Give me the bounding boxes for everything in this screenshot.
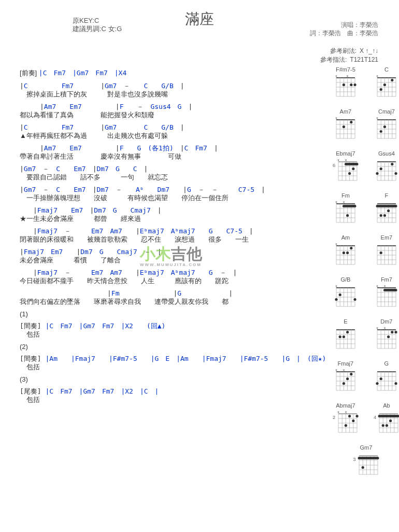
chords-line: |C Fm7 |Gm7 － C G/B |: [20, 82, 326, 90]
chord-diagram-row: Gm73: [331, 444, 399, 479]
verse-line: |Am7 Em7 |F G (各1拍) |C Fm7 |帶著自卑討著生活 慶幸沒…: [20, 144, 326, 161]
svg-point-132: [346, 251, 349, 254]
chord-diagram-row: Fmaj7xxG: [331, 360, 399, 395]
svg-point-86: [391, 163, 393, 165]
lyrics-line: 閉著眼的床很暖和 被幾首歌勒索 忍不住 淚想過 很多 一生: [20, 235, 326, 244]
svg-text:x: x: [335, 284, 337, 288]
svg-point-133: [343, 251, 345, 254]
chord-cell: F#m7-5xx: [331, 66, 360, 101]
reference-patterns: 參考刷法:X ↑_↑↓: [5, 47, 378, 55]
interlude1-label: [間奏]: [20, 322, 41, 330]
fret-position: 2: [332, 415, 336, 420]
strum-label: 參考刷法:: [330, 47, 357, 54]
verse-line: |Am7 Em7 |F － Gsus4 G |都以為看懂了真偽 能把握發火和頹廢: [20, 103, 326, 119]
lyrics-line: 未必會滿座 看慣 了離合: [20, 256, 326, 264]
chord-cell: Amx: [331, 234, 360, 269]
svg-point-42: [350, 121, 352, 123]
chords-line: |Fmaj7 － Em7 Am7 |Eᵇmaj7 Aᵇmaj7 G － |: [20, 269, 326, 277]
chord-cell: Fm7xx: [372, 276, 399, 311]
outro-label: [尾奏]: [20, 387, 41, 395]
svg-point-250: [345, 424, 347, 427]
chord-name: G: [372, 360, 399, 367]
svg-point-57: [379, 130, 382, 133]
svg-point-131: [350, 247, 352, 249]
svg-point-218: [346, 377, 349, 380]
svg-point-160: [335, 298, 337, 301]
chord-diagram-svg: x: [334, 242, 357, 268]
verse-line: |Gm7 － C Em7 |Dm7 G C | 要跟自己認錯 話不多 一句 就忘…: [20, 165, 326, 181]
chord-name: Gsus4: [372, 150, 399, 157]
intro-chords: |C Fm7 |Gm7 Fm7 |X4: [39, 69, 126, 77]
chord-cell: Gsus4: [372, 150, 399, 185]
chord-cell: Fmxx: [331, 192, 360, 227]
svg-point-118: [383, 214, 386, 217]
lyric-sheet: [前奏] |C Fm7 |Gm7 Fm7 |X4 |C Fm7 |Gm7 － C…: [5, 66, 331, 486]
interlude2-lyrics: 包括: [20, 363, 326, 371]
lyrics-line: 擦掉桌面上積下的灰 對是非也沒多說幾嘴: [20, 90, 326, 99]
original-key: 原KEY:C: [73, 17, 122, 25]
intro-label: [前奏]: [20, 69, 37, 77]
svg-point-72: [348, 172, 351, 175]
svg-point-28: [383, 83, 386, 86]
pick-label: 參考指法:: [320, 56, 347, 63]
chords-line: |Fmaj7 － Em7 Am7 |Eᵇmaj7 Aᵇmaj7 G C7-5 |: [20, 227, 326, 235]
chord-diagram-row: FmxxF: [331, 192, 399, 227]
chord-name: Fmaj7: [331, 360, 360, 367]
chord-diagram-svg: xx: [334, 368, 357, 394]
chord-diagram-svg: [375, 200, 398, 226]
interlude2-label: [間奏]: [20, 355, 41, 362]
suggested-keys: 建議男調:C 女:G: [73, 25, 122, 33]
chord-diagram-svg: xx: [334, 200, 357, 226]
lyrics-line: ★一生未必會滿座 都曾 經來過: [20, 215, 326, 223]
chords-line: |Fmaj7 Em7 |Dm7 G Cmaj7 － |: [20, 248, 326, 256]
svg-point-235: [376, 382, 378, 385]
chord-cell: Fmaj7xx: [331, 360, 360, 395]
svg-text:x: x: [384, 284, 386, 288]
svg-point-43: [343, 125, 345, 128]
interlude1-lyrics: 包括: [20, 330, 326, 339]
svg-point-158: [338, 293, 341, 296]
chord-cell: Gm73: [352, 444, 380, 479]
chorus-line: |Fmaj7 Em7 |Dm7 G Cmaj7 |★一生未必會滿座 都曾 經來過: [20, 206, 326, 223]
svg-point-56: [383, 125, 386, 128]
svg-point-217: [350, 373, 352, 375]
chord-name: C: [372, 66, 399, 73]
chords-line: |Fm |G |: [20, 289, 326, 298]
chord-diagram-row: Abmaj72xxAb4: [331, 402, 399, 437]
chord-diagram-svg: xx: [336, 410, 359, 436]
chord-name: Fm7: [372, 276, 399, 283]
svg-point-219: [343, 382, 345, 385]
chords-line: |Gm7 － C Em7 |Dm7 G C |: [20, 165, 326, 173]
chorus-line: |Fmaj7 － Em7 Am7 |Eᵇmaj7 Aᵇmaj7 G － |今日碰…: [20, 269, 326, 285]
strum-pattern: X ↑_↑↓: [360, 47, 378, 54]
chord-diagram-row: EDm7xx: [331, 318, 399, 353]
svg-text:x: x: [335, 74, 337, 78]
chord-diagram-svg: [375, 368, 398, 394]
lyrics-line: 一手操辦落魄理想 沒破 有時候也渴望 停泊在一個住所: [20, 194, 326, 202]
svg-text:x: x: [347, 74, 349, 78]
chord-diagram-row: G/BxFm7xx: [331, 276, 399, 311]
chord-diagram-row: F#m7-5xxCx: [331, 66, 399, 101]
chorus-line: |Fmaj7 Em7 |Dm7 G Cmaj7 － |未必會滿座 看慣 了離合: [20, 248, 326, 264]
svg-point-119: [379, 214, 382, 217]
section-num-2: (2): [20, 343, 326, 351]
fret-position: 6: [332, 163, 336, 168]
chord-cell: Em7: [372, 234, 399, 269]
chord-diagram-row: Am7xCmaj7x: [331, 108, 399, 143]
svg-point-88: [394, 172, 397, 175]
chord-diagram-svg: xx: [336, 158, 359, 184]
svg-text:x: x: [338, 410, 340, 414]
section-num-3: (3): [20, 375, 326, 383]
svg-point-11: [353, 83, 356, 86]
chord-name: Ab: [372, 402, 399, 409]
chord-cell: Abmaj72xx: [331, 402, 360, 437]
svg-text:x: x: [343, 200, 345, 204]
svg-text:x: x: [335, 116, 337, 120]
svg-point-266: [386, 424, 388, 427]
reference-patterns-2: 參考指法:T121T121: [5, 55, 378, 64]
svg-text:x: x: [335, 368, 337, 372]
chord-diagram-row: AmxEm7: [331, 234, 399, 269]
svg-point-13: [343, 83, 345, 86]
section-num-1: (1): [20, 310, 326, 318]
svg-text:x: x: [338, 158, 340, 162]
